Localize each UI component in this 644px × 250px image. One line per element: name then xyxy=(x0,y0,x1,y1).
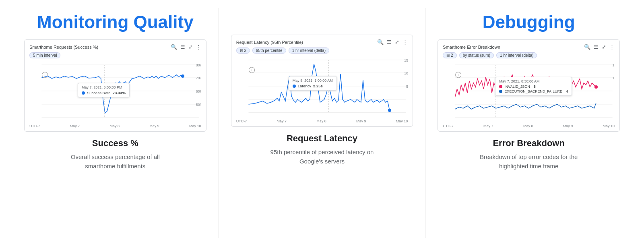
metric-title-error: Error Breakdown xyxy=(493,138,565,149)
filter-row-success: 5 min interval xyxy=(29,52,201,58)
chart-svg-error: 15 10 5 0 i xyxy=(443,61,615,123)
chart-toolbar-error: 🔍 ☰ ⤢ ⋮ xyxy=(584,44,615,50)
search-icon-error[interactable]: 🔍 xyxy=(584,44,590,50)
svg-text:10s: 10s xyxy=(404,71,408,75)
more-icon-latency[interactable]: ⋮ xyxy=(402,39,408,45)
filter-interval-error[interactable]: 1 hr interval (delta) xyxy=(496,52,537,58)
x-label-may8: May 8 xyxy=(110,124,120,128)
svg-text:15s: 15s xyxy=(404,58,408,62)
x-label-may10-lat: May 10 xyxy=(396,119,408,123)
filter-count-error[interactable]: ⊟ 2 xyxy=(443,52,456,58)
legend-icon-error[interactable]: ☰ xyxy=(594,44,599,50)
filter-percentile[interactable]: 95th percentile xyxy=(252,48,286,54)
x-label-may10: May 10 xyxy=(189,124,201,128)
x-label-may8-lat: May 8 xyxy=(316,119,326,123)
chart-title-success: Smarthome Requests (Success %) xyxy=(29,45,98,50)
legend-icon[interactable]: ☰ xyxy=(180,44,185,50)
svg-text:80%: 80% xyxy=(196,63,201,67)
section-title-monitoring: Monitoring Quality xyxy=(37,12,194,32)
divider-1 xyxy=(219,8,219,238)
chart-error: Smarthome Error Breakdown 🔍 ☰ ⤢ ⋮ ⊟ 2 by… xyxy=(438,39,620,132)
chart-latency: Request Latency (95th Percentile) 🔍 ☰ ⤢ … xyxy=(231,35,413,127)
search-icon[interactable]: 🔍 xyxy=(171,44,177,50)
svg-text:10: 10 xyxy=(613,76,615,80)
expand-icon-latency[interactable]: ⤢ xyxy=(395,39,399,45)
x-label-utc-lat: UTC-7 xyxy=(236,119,247,123)
svg-text:15: 15 xyxy=(613,63,615,67)
section-debugging: Debugging Smarthome Error Breakdown 🔍 ☰ … xyxy=(429,8,628,238)
svg-text:60%: 60% xyxy=(196,89,201,93)
x-label-may8-err: May 8 xyxy=(523,124,533,128)
section-latency: Request Latency (95th Percentile) 🔍 ☰ ⤢ … xyxy=(223,8,421,238)
x-label-may9-lat: May 9 xyxy=(356,119,366,123)
x-label-utc-err: UTC-7 xyxy=(443,124,454,128)
search-icon-latency[interactable]: 🔍 xyxy=(377,39,384,45)
filter-status[interactable]: by status (sum) xyxy=(459,52,494,58)
svg-text:i: i xyxy=(251,68,252,72)
filter-interval-latency[interactable]: 1 hr interval (delta) xyxy=(289,48,329,54)
section-monitoring: Monitoring Quality Smarthome Requests (S… xyxy=(16,8,215,238)
metric-desc-error: Breakdown of top error codes for the hig… xyxy=(469,153,589,171)
expand-icon-error[interactable]: ⤢ xyxy=(602,44,606,50)
chart-header-success: Smarthome Requests (Success %) 🔍 ☰ ⤢ ⋮ xyxy=(29,44,201,50)
svg-text:i: i xyxy=(458,73,459,77)
x-label-may7: May 7 xyxy=(70,124,80,128)
chart-header-error: Smarthome Error Breakdown 🔍 ☰ ⤢ ⋮ xyxy=(443,44,615,50)
x-label-may9: May 9 xyxy=(149,124,159,128)
metric-desc-latency: 95th percentile of perceived latency on … xyxy=(262,148,382,166)
chart-title-error: Smarthome Error Breakdown xyxy=(443,45,500,50)
svg-point-36 xyxy=(594,85,598,89)
chart-footer-success: UTC-7 May 7 May 8 May 9 May 10 xyxy=(29,124,201,128)
chart-svg-success: 80% 70% 60% 50% i xyxy=(29,61,201,123)
x-label-may7-err: May 7 xyxy=(483,124,493,128)
svg-point-10 xyxy=(181,74,184,78)
filter-row-error: ⊟ 2 by status (sum) 1 hr interval (delta… xyxy=(443,52,615,58)
chart-success-rate: Smarthome Requests (Success %) 🔍 ☰ ⤢ ⋮ 5… xyxy=(24,39,206,132)
metric-title-latency: Request Latency xyxy=(287,133,357,144)
filter-row-latency: ⊟ 2 95th percentile 1 hr interval (delta… xyxy=(236,48,408,54)
chart-toolbar-latency: 🔍 ☰ ⤢ ⋮ xyxy=(377,39,408,45)
x-label-may7-lat: May 7 xyxy=(277,119,287,123)
chart-svg-latency: 15s 10s 5s 0 i xyxy=(236,56,408,118)
chart-header-latency: Request Latency (95th Percentile) 🔍 ☰ ⤢ … xyxy=(236,39,408,45)
svg-text:70%: 70% xyxy=(196,76,201,80)
filter-5min[interactable]: 5 min interval xyxy=(29,52,60,58)
chart-toolbar-success: 🔍 ☰ ⤢ ⋮ xyxy=(171,44,201,50)
svg-text:5s: 5s xyxy=(406,85,408,89)
page: Monitoring Quality Smarthome Requests (S… xyxy=(0,0,644,250)
filter-count-latency[interactable]: ⊟ 2 xyxy=(236,48,250,54)
metric-desc-success: Overall success percentage of all smarth… xyxy=(55,153,175,171)
chart-area-success: 80% 70% 60% 50% i May 7, 2021, 5:00 xyxy=(29,61,201,123)
section-title-debugging: Debugging xyxy=(483,12,575,32)
x-label-may10-err: May 10 xyxy=(603,124,615,128)
x-label-utc: UTC-7 xyxy=(29,124,40,128)
x-label-may9-err: May 9 xyxy=(563,124,573,128)
chart-footer-latency: UTC-7 May 7 May 8 May 9 May 10 xyxy=(236,119,408,123)
svg-text:50%: 50% xyxy=(196,103,201,107)
divider-2 xyxy=(425,8,425,238)
chart-area-error: 15 10 5 0 i M xyxy=(443,61,615,123)
more-icon[interactable]: ⋮ xyxy=(196,44,201,50)
chart-title-latency: Request Latency (95th Percentile) xyxy=(236,40,303,45)
svg-point-23 xyxy=(388,109,391,112)
more-icon-error[interactable]: ⋮ xyxy=(609,44,615,50)
chart-footer-error: UTC-7 May 7 May 8 May 9 May 10 xyxy=(443,124,615,128)
chart-area-latency: 15s 10s 5s 0 i May 8, 2021, 1:00:00 xyxy=(236,56,408,118)
legend-icon-latency[interactable]: ☰ xyxy=(387,39,392,45)
svg-text:i: i xyxy=(45,73,45,77)
metric-title-success: Success % xyxy=(92,138,138,149)
expand-icon[interactable]: ⤢ xyxy=(188,44,193,50)
